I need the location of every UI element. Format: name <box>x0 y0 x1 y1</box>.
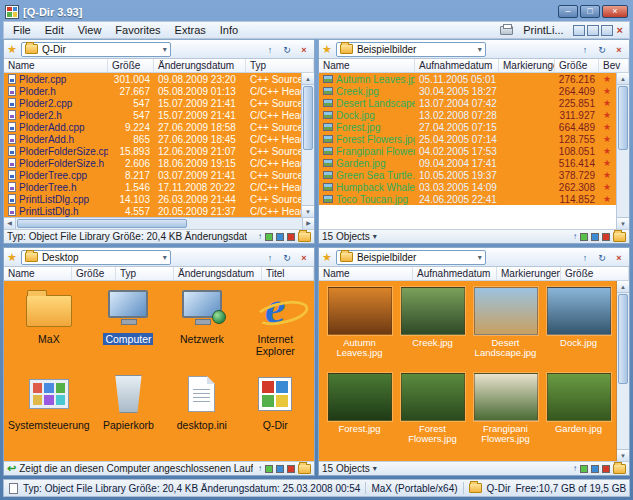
folder-up-icon[interactable]: ↑ <box>578 251 592 264</box>
menu-info[interactable]: Info <box>213 23 245 37</box>
table-row[interactable]: Forest.jpg27.04.2005 07:15664.489★ <box>319 121 616 133</box>
table-row[interactable]: PloderTree.cpp8.21703.07.2009 21:41C++ S… <box>4 169 301 181</box>
favorites-star-icon[interactable]: ★ <box>7 252 17 263</box>
column-header[interactable]: Name <box>319 59 415 72</box>
desktop-item-desktop-ini[interactable]: desktop.ini <box>165 371 238 457</box>
address-dropdown[interactable]: Beispielbilder ▾ <box>336 250 486 265</box>
folder-icon[interactable] <box>298 232 311 242</box>
horizontal-scrollbar[interactable]: ◀ ▶ <box>4 217 314 229</box>
column-header[interactable]: Größe <box>561 267 629 280</box>
address-dropdown[interactable]: Q-Dir ▾ <box>21 42 171 57</box>
column-header[interactable]: Änderungsdatum <box>154 59 246 72</box>
column-header[interactable]: Typ <box>116 267 174 280</box>
scroll-right-icon[interactable]: ▶ <box>302 218 314 229</box>
table-row[interactable]: Dock.jpg13.02.2008 07:28311.927★ <box>319 109 616 121</box>
scroll-down-icon[interactable]: ▼ <box>302 205 314 217</box>
thumbnail-item[interactable]: Forest.jpg <box>323 373 396 459</box>
table-row[interactable]: PloderAdd.cpp9.22427.06.2009 18:58C++ So… <box>4 121 301 133</box>
vertical-scrollbar[interactable]: ▲ ▼ <box>616 73 629 229</box>
scroll-up-icon[interactable]: ▲ <box>302 73 314 85</box>
column-header[interactable]: Aufnahmedatum <box>413 267 497 280</box>
folder-icon[interactable] <box>613 232 626 242</box>
table-row[interactable]: PloderTree.h1.54617.11.2008 20:22C/C++ H… <box>4 181 301 193</box>
desktop-item-internet-explorer[interactable]: eInternet Explorer <box>239 285 312 371</box>
column-header[interactable]: Bev <box>599 59 629 72</box>
go-up-icon[interactable]: ↑ <box>258 464 262 474</box>
address-dropdown[interactable]: Beispielbilder ▾ <box>336 42 486 57</box>
scrollbar-thumb[interactable] <box>303 86 313 150</box>
folder-icon[interactable] <box>613 464 626 474</box>
favorites-star-icon[interactable]: ★ <box>7 44 17 55</box>
menu-view[interactable]: View <box>71 23 109 37</box>
layout-2-icon[interactable] <box>587 25 599 36</box>
column-header[interactable]: Änderungsdatum <box>174 267 262 280</box>
close-button[interactable]: × <box>602 5 628 18</box>
thumbnail-item[interactable]: Autumn Leaves.jpg <box>323 287 396 373</box>
thumbnail-item[interactable]: Garden.jpg <box>542 373 615 459</box>
column-header[interactable]: Name <box>319 267 413 280</box>
pane-red-button[interactable] <box>287 233 295 241</box>
menu-edit[interactable]: Edit <box>38 23 71 37</box>
pane-red-button[interactable] <box>602 233 610 241</box>
desktop-item-computer[interactable]: Computer <box>92 285 165 371</box>
chevron-down-icon[interactable]: ▾ <box>373 232 377 241</box>
vertical-scrollbar[interactable]: ▲ ▼ <box>301 73 314 217</box>
pane-green-button[interactable] <box>580 233 588 241</box>
menu-print[interactable]: PrintLi... <box>516 23 570 37</box>
pane-blue-button[interactable] <box>276 233 284 241</box>
close-tab-icon[interactable]: × <box>612 251 626 264</box>
column-header[interactable]: Größe <box>555 59 599 72</box>
column-header[interactable]: Name <box>4 267 72 280</box>
pane-blue-button[interactable] <box>276 465 284 473</box>
menu-file[interactable]: File <box>6 23 38 37</box>
chevron-down-icon[interactable]: ▾ <box>373 464 377 473</box>
table-row[interactable]: Frangipani Flowers.jpg04.02.2005 17:5310… <box>319 145 616 157</box>
refresh-icon[interactable]: ↻ <box>280 251 294 264</box>
table-row[interactable]: PloderFolderSize.cpp15.89312.06.2009 21:… <box>4 145 301 157</box>
refresh-icon[interactable]: ↻ <box>595 43 609 56</box>
scroll-up-icon[interactable]: ▲ <box>617 73 629 85</box>
table-row[interactable]: Ploder.h27.66705.08.2009 01:13C/C++ Head… <box>4 85 301 97</box>
column-header[interactable]: Markierungen <box>497 267 561 280</box>
pane-green-button[interactable] <box>265 233 273 241</box>
maximize-button[interactable]: □ <box>580 5 600 18</box>
scrollbar-thumb[interactable] <box>17 219 187 228</box>
table-row[interactable]: PloderFolderSize.h2.60618.06.2009 19:15C… <box>4 157 301 169</box>
column-header[interactable]: Titel <box>262 267 314 280</box>
table-row[interactable]: Humpback Whale.jpg03.03.2005 14:09262.30… <box>319 181 616 193</box>
menu-close-icon[interactable]: × <box>613 24 627 36</box>
column-header[interactable]: Größe <box>72 267 116 280</box>
thumbnail-item[interactable]: Dock.jpg <box>542 287 615 373</box>
pane-red-button[interactable] <box>287 465 295 473</box>
favorites-star-icon[interactable]: ★ <box>322 44 332 55</box>
scrollbar-thumb[interactable] <box>618 86 628 150</box>
pane-green-button[interactable] <box>265 465 273 473</box>
table-row[interactable]: Ploder2.cpp54715.07.2009 21:41C++ Source <box>4 97 301 109</box>
close-tab-icon[interactable]: × <box>612 43 626 56</box>
minimize-button[interactable]: – <box>558 5 578 18</box>
column-header[interactable]: Name <box>4 59 108 72</box>
table-row[interactable]: Ploder2.h54715.07.2009 21:41C/C++ Header <box>4 109 301 121</box>
back-arrow-icon[interactable]: ↩ <box>7 463 16 474</box>
scrollbar-thumb[interactable] <box>618 294 628 384</box>
table-row[interactable]: Green Sea Turtle.jpg10.05.2005 19:37378.… <box>319 169 616 181</box>
folder-up-icon[interactable]: ↑ <box>263 251 277 264</box>
refresh-icon[interactable]: ↻ <box>595 251 609 264</box>
desktop-item-max[interactable]: MaX <box>6 285 92 371</box>
refresh-icon[interactable]: ↻ <box>280 43 294 56</box>
table-row[interactable]: Ploder.cpp301.00409.08.2009 23:20C++ Sou… <box>4 73 301 85</box>
folder-up-icon[interactable]: ↑ <box>263 43 277 56</box>
table-row[interactable]: PrintListDlg.cpp14.10326.03.2009 21:44C+… <box>4 193 301 205</box>
close-tab-icon[interactable]: × <box>297 251 311 264</box>
layout-3-icon[interactable] <box>601 25 613 36</box>
desktop-item-netzwerk[interactable]: Netzwerk <box>165 285 238 371</box>
vertical-scrollbar[interactable]: ▲ ▼ <box>616 281 629 461</box>
table-row[interactable]: PrintListDlg.h4.55720.05.2009 21:37C/C++… <box>4 205 301 217</box>
close-tab-icon[interactable]: × <box>297 43 311 56</box>
pane-blue-button[interactable] <box>591 233 599 241</box>
thumbnail-item[interactable]: Desert Landscape.jpg <box>469 287 542 373</box>
layout-1-icon[interactable] <box>573 25 585 36</box>
table-row[interactable]: Autumn Leaves.jpg05.11.2005 05:01276.216… <box>319 73 616 85</box>
column-header[interactable]: Aufnahmedatum <box>415 59 499 72</box>
scroll-left-icon[interactable]: ◀ <box>4 218 16 229</box>
